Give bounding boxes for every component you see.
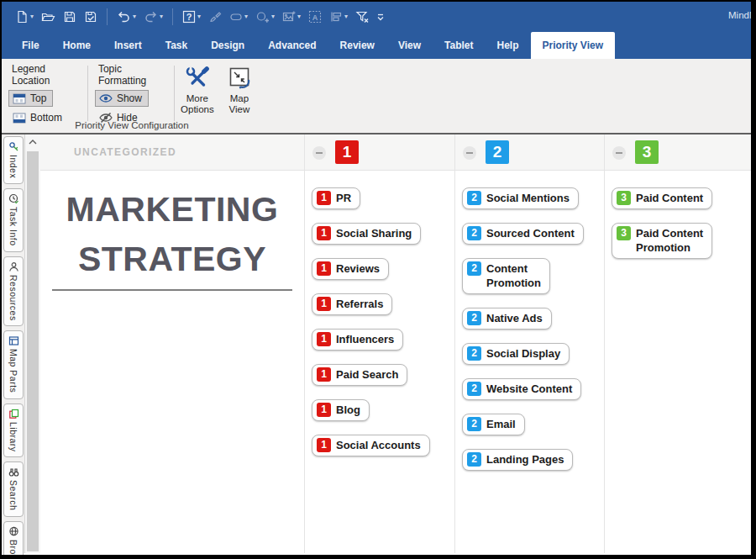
sidebar-tab-browser[interactable]: Browser — [3, 521, 24, 559]
tab-advanced[interactable]: Advanced — [256, 32, 328, 59]
toolbar-options-icon — [376, 12, 385, 22]
dropdown-caret-icon: ▾ — [344, 13, 348, 20]
tab-file[interactable]: File — [10, 32, 51, 59]
qat-align-button[interactable]: ▾ — [326, 8, 351, 25]
tab-home[interactable]: Home — [51, 32, 102, 59]
topic-landing-pages[interactable]: 2Landing Pages — [462, 449, 573, 471]
sidebar-tab-search[interactable]: Search — [3, 461, 24, 516]
tab-design[interactable]: Design — [199, 32, 256, 59]
topic-social-display[interactable]: 2Social Display — [462, 343, 570, 365]
board-header-row: UNCATEGORIZED 1 2 3 — [40, 134, 751, 171]
index-icon — [8, 141, 19, 152]
priority-2-badge: 2 — [467, 417, 481, 431]
qat-new-document-button[interactable]: ▾ — [12, 8, 37, 25]
topic-label: Social Sharing — [336, 226, 412, 240]
title-bar: ▾▾▾?▾▾▾▾A▾ MindManager — [2, 2, 751, 32]
tab-review[interactable]: Review — [328, 32, 386, 59]
sidebar-tab-index[interactable]: Index — [3, 136, 24, 184]
qat-insert-image-button[interactable]: ▾ — [279, 8, 304, 25]
tab-view[interactable]: View — [386, 32, 433, 59]
topic-paid-content-promotion[interactable]: 3Paid Content Promotion — [612, 223, 712, 259]
qat-help-button[interactable]: ?▾ — [179, 8, 204, 25]
qat-save-check-button[interactable] — [81, 8, 101, 25]
topic-social-accounts[interactable]: 1Social Accounts — [312, 435, 430, 456]
sidebar-tab-map-parts[interactable]: Map Parts — [3, 330, 24, 398]
qat-format-painter-button[interactable] — [205, 8, 225, 25]
topic-pr[interactable]: 1PR — [312, 187, 360, 209]
qat-toolbar-options-button[interactable] — [373, 10, 388, 24]
central-topic[interactable]: MARKETING STRATEGY — [52, 185, 292, 291]
map-view-icon — [226, 64, 253, 91]
show-button-label: Show — [117, 92, 142, 104]
legend-top-button[interactable]: Top — [8, 90, 53, 107]
topic-label: Content Promotion — [486, 261, 541, 290]
topic-influencers[interactable]: 1Influencers — [312, 329, 403, 351]
sidebar-tab-label: Browser — [8, 540, 18, 559]
priority-3-badge: 3 — [617, 226, 631, 240]
collapse-column-1-button[interactable] — [312, 146, 326, 160]
priority-2-badge: 2 — [467, 261, 481, 276]
qat-add-topic-button[interactable]: ▾ — [252, 8, 278, 25]
scroll-up-button[interactable] — [25, 134, 40, 150]
qat-open-button[interactable] — [38, 8, 59, 25]
priority-2-badge: 2 — [467, 382, 481, 396]
topic-email[interactable]: 2Email — [462, 414, 525, 435]
priority-1-badge: 1 — [317, 438, 331, 452]
topic-referrals[interactable]: 1Referrals — [312, 293, 392, 315]
clear-filter-icon — [355, 10, 369, 24]
sidebar-tab-resources[interactable]: Resources — [3, 256, 24, 327]
priority-2-column: 2Social Mentions 2Sourced Content 2Conte… — [454, 171, 604, 553]
tab-priority-view[interactable]: Priority View — [531, 32, 615, 59]
map-view-label: Map View — [218, 93, 260, 115]
topic-paid-search[interactable]: 1Paid Search — [312, 364, 407, 386]
tools-icon — [184, 64, 211, 91]
topic-website-content[interactable]: 2Website Content — [462, 378, 581, 400]
topic-reviews[interactable]: 1Reviews — [312, 258, 389, 280]
tab-task[interactable]: Task — [154, 32, 199, 59]
tab-insert[interactable]: Insert — [102, 32, 154, 59]
legend-location-label: Legend Location — [12, 63, 81, 87]
qat-select-text-button[interactable]: A — [305, 8, 325, 25]
qat-save-button[interactable] — [60, 8, 80, 25]
sidebar-tab-task-info[interactable]: Task Info — [3, 188, 24, 252]
scrollbar-thumb[interactable] — [27, 151, 39, 551]
tab-tablet[interactable]: Tablet — [433, 32, 485, 59]
priority-2-badge: 2 — [467, 191, 481, 205]
topic-social-sharing[interactable]: 1Social Sharing — [312, 223, 421, 245]
sidebar-tab-label: Search — [8, 480, 18, 510]
topic-content-promotion[interactable]: 2Content Promotion — [462, 258, 550, 294]
collapse-column-2-button[interactable] — [463, 146, 476, 160]
collapse-column-3-button[interactable] — [612, 146, 626, 160]
priority-2-badge: 2 — [467, 311, 481, 325]
topic-label: PR — [336, 191, 351, 205]
qat-redo-button[interactable]: ▾ — [140, 8, 166, 25]
select-text-icon: A — [308, 10, 322, 24]
tab-help[interactable]: Help — [486, 32, 531, 59]
qat-clear-filter-button[interactable] — [352, 8, 372, 25]
save-icon — [63, 10, 76, 24]
vertical-scrollbar[interactable] — [25, 134, 40, 553]
priority-1-badge: 1 — [317, 261, 331, 276]
more-options-button[interactable]: More Options — [176, 62, 218, 116]
topic-native-ads[interactable]: 2Native Ads — [462, 308, 552, 330]
ribbon: Legend Location Top Bottom — [2, 59, 751, 134]
qat-topic-shape-button[interactable]: ▾ — [226, 8, 251, 25]
topic-paid-content[interactable]: 3Paid Content — [612, 187, 712, 209]
qat-undo-button[interactable]: ▾ — [113, 8, 139, 25]
map-view-button[interactable]: Map View — [218, 62, 260, 116]
window-title: MindManager — [728, 10, 751, 20]
priority-1-badge: 1 — [317, 367, 331, 382]
binoculars-icon — [8, 467, 19, 477]
topic-sourced-content[interactable]: 2Sourced Content — [462, 223, 584, 245]
clock-icon — [8, 193, 19, 204]
topic-formatting-show-button[interactable]: Show — [95, 90, 149, 107]
sidebar-tab-library[interactable]: Library — [3, 403, 24, 458]
map-workspace: IndexTask InfoResourcesMap PartsLibraryS… — [2, 134, 751, 553]
topic-label: Website Content — [486, 382, 572, 396]
map-parts-icon — [8, 335, 19, 346]
topic-blog[interactable]: 1Blog — [312, 399, 370, 421]
sidebar-tab-label: Task Info — [8, 207, 18, 246]
topic-social-mentions[interactable]: 2Social Mentions — [462, 187, 579, 209]
dropdown-caret-icon: ▾ — [297, 13, 301, 20]
ribbon-group-label: Priority View Configuration — [3, 120, 260, 130]
